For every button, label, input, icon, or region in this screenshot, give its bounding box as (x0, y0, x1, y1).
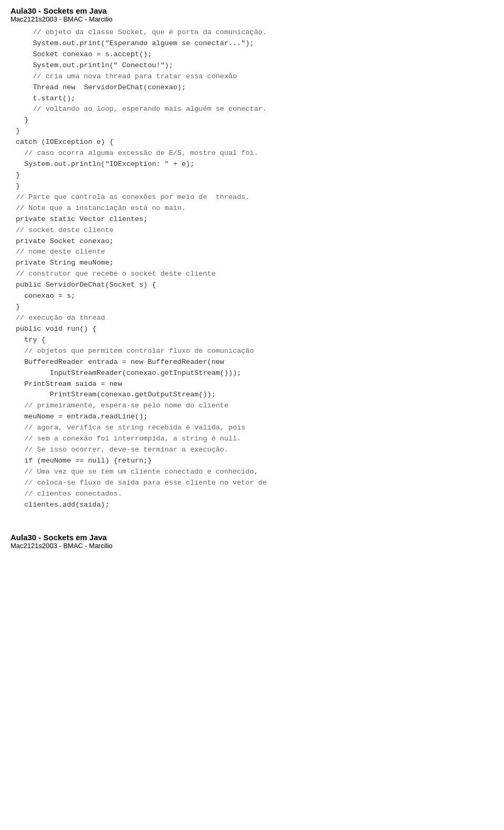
code-line: // clientes conectados. (16, 489, 494, 500)
code-line: // coloca-se fluxo de saída para esse cl… (16, 478, 494, 489)
code-line: public void run() { (16, 324, 494, 335)
code-line: // execução da thread (16, 313, 494, 324)
code-line: meuNome = entrada.readLine(); (16, 412, 494, 423)
code-line: Thread new ServidorDeChat(conexao); (16, 82, 494, 93)
code-line: PrintStream(conexao.getOutputStream()); (16, 390, 494, 401)
code-line: private String meuNome; (16, 258, 494, 269)
page-header: Aula30 - Sockets em Java Mac2121s2003 - … (0, 0, 504, 25)
code-line: // Uma vez que se tem um cliente conecta… (16, 467, 494, 478)
page-container: Aula30 - Sockets em Java Mac2121s2003 - … (0, 0, 504, 830)
code-line: // Note que a instanciação está no main. (16, 203, 494, 214)
code-line: // primeiramente, espera-se pelo nome do… (16, 401, 494, 412)
code-line: InputStreamReader(conexao.getInputStream… (16, 368, 494, 379)
code-line: } (16, 302, 494, 313)
code-line: t.start(); (16, 93, 494, 104)
code-line: System.out.print("Esperando alguem se co… (16, 38, 494, 49)
code-line: System.out.println(" Conectou!"); (16, 60, 494, 71)
code-line: // construtor que recebe o socket deste … (16, 269, 494, 280)
code-line: // nome deste cliente (16, 247, 494, 258)
code-line: conexao = s; (16, 291, 494, 302)
header-subtitle: Mac2121s2003 - BMAC - Marcilio (10, 15, 494, 23)
code-line: BufferedReader entrada = new BufferedRea… (16, 357, 494, 368)
code-line: clientes.add(saida); (16, 500, 494, 511)
code-line: public ServidorDeChat(Socket s) { (16, 280, 494, 291)
code-line: private Socket conexao; (16, 236, 494, 247)
code-line: Socket conexao = s.accept(); (16, 49, 494, 60)
code-line: } (16, 181, 494, 192)
code-line: // cria uma nova thread para tratar essa… (16, 71, 494, 82)
code-line: catch (IOException e) { (16, 137, 494, 148)
code-line: // socket deste cliente (16, 225, 494, 236)
footer-subtitle: Mac2121s2003 - BMAC - Marcilio (10, 542, 494, 550)
code-line: System.out.println("IOException: " + e); (16, 159, 494, 170)
page-footer: Aula30 - Sockets em Java Mac2121s2003 - … (0, 527, 504, 552)
code-line: // Parte que controla as conexões por me… (16, 192, 494, 203)
code-line: try { (16, 335, 494, 346)
code-line: } (16, 126, 494, 137)
code-line: // caso ocorra alguma excessão de E/S, m… (16, 148, 494, 159)
header-title: Aula30 - Sockets em Java (10, 6, 494, 15)
code-line: private static Vector clientes; (16, 214, 494, 225)
code-line: if (meuNome == null) {return;} (16, 456, 494, 467)
code-area: // objeto da classe Socket, que é porta … (0, 25, 504, 521)
code-line: // objetos que permitem controlar fluxo … (16, 346, 494, 357)
footer-title: Aula30 - Sockets em Java (10, 533, 494, 542)
code-line: } (16, 115, 494, 126)
code-line: // agora, verifica se string recebida é … (16, 423, 494, 434)
code-line: // Se isso ocorrer, deve-se terminar a e… (16, 445, 494, 456)
code-line: } (16, 170, 494, 181)
code-line: PrintStream saida = new (16, 379, 494, 390)
code-line: // objeto da classe Socket, que é porta … (16, 27, 494, 38)
code-line: // sem a conexão foi interrompida, a str… (16, 434, 494, 445)
code-line: // voltando ao loop, esperando mais algu… (16, 104, 494, 115)
